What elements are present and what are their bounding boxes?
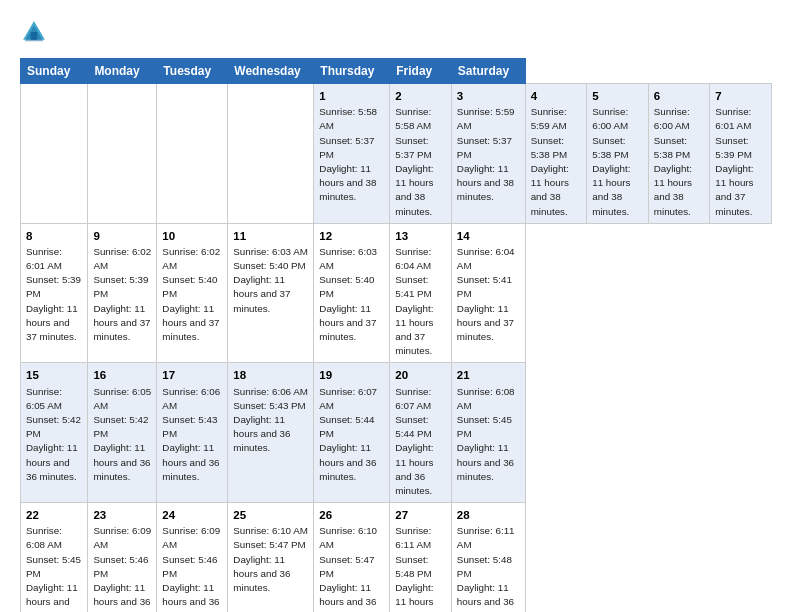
calendar-cell: 4Sunrise: 5:59 AMSunset: 5:38 PMDaylight… xyxy=(525,84,587,224)
day-number: 7 xyxy=(715,88,766,104)
calendar-cell xyxy=(88,84,157,224)
week-row-4: 22Sunrise: 6:08 AMSunset: 5:45 PMDayligh… xyxy=(21,503,772,612)
calendar-cell: 22Sunrise: 6:08 AMSunset: 5:45 PMDayligh… xyxy=(21,503,88,612)
calendar-cell: 6Sunrise: 6:00 AMSunset: 5:38 PMDaylight… xyxy=(648,84,710,224)
cell-content: Sunrise: 6:08 AMSunset: 5:45 PMDaylight:… xyxy=(26,524,82,612)
cell-content: Sunrise: 6:05 AMSunset: 5:42 PMDaylight:… xyxy=(26,385,82,484)
cell-content: Sunrise: 6:08 AMSunset: 5:45 PMDaylight:… xyxy=(457,385,520,484)
calendar-cell: 27Sunrise: 6:11 AMSunset: 5:48 PMDayligh… xyxy=(390,503,452,612)
cell-content: Sunrise: 6:11 AMSunset: 5:48 PMDaylight:… xyxy=(395,524,446,612)
col-header-wednesday: Wednesday xyxy=(228,59,314,84)
calendar-cell: 1Sunrise: 5:58 AMSunset: 5:37 PMDaylight… xyxy=(314,84,390,224)
day-number: 1 xyxy=(319,88,384,104)
cell-content: Sunrise: 6:11 AMSunset: 5:48 PMDaylight:… xyxy=(457,524,520,612)
cell-content: Sunrise: 6:02 AMSunset: 5:39 PMDaylight:… xyxy=(93,245,151,344)
calendar-cell xyxy=(228,84,314,224)
day-number: 6 xyxy=(654,88,705,104)
calendar-cell: 18Sunrise: 6:06 AMSunset: 5:43 PMDayligh… xyxy=(228,363,314,503)
header-row: SundayMondayTuesdayWednesdayThursdayFrid… xyxy=(21,59,772,84)
day-number: 18 xyxy=(233,367,308,383)
calendar-cell: 17Sunrise: 6:06 AMSunset: 5:43 PMDayligh… xyxy=(157,363,228,503)
day-number: 2 xyxy=(395,88,446,104)
day-number: 9 xyxy=(93,228,151,244)
calendar-cell: 15Sunrise: 6:05 AMSunset: 5:42 PMDayligh… xyxy=(21,363,88,503)
cell-content: Sunrise: 6:00 AMSunset: 5:38 PMDaylight:… xyxy=(592,105,643,219)
calendar-cell: 21Sunrise: 6:08 AMSunset: 5:45 PMDayligh… xyxy=(451,363,525,503)
day-number: 8 xyxy=(26,228,82,244)
calendar-cell: 8Sunrise: 6:01 AMSunset: 5:39 PMDaylight… xyxy=(21,223,88,363)
cell-content: Sunrise: 6:03 AMSunset: 5:40 PMDaylight:… xyxy=(233,245,308,316)
cell-content: Sunrise: 6:10 AMSunset: 5:47 PMDaylight:… xyxy=(319,524,384,612)
cell-content: Sunrise: 6:07 AMSunset: 5:44 PMDaylight:… xyxy=(395,385,446,499)
logo xyxy=(20,18,52,46)
day-number: 16 xyxy=(93,367,151,383)
day-number: 4 xyxy=(531,88,582,104)
day-number: 10 xyxy=(162,228,222,244)
calendar-cell: 9Sunrise: 6:02 AMSunset: 5:39 PMDaylight… xyxy=(88,223,157,363)
header xyxy=(20,18,772,46)
col-header-monday: Monday xyxy=(88,59,157,84)
svg-rect-3 xyxy=(31,32,37,40)
calendar-cell: 5Sunrise: 6:00 AMSunset: 5:38 PMDaylight… xyxy=(587,84,649,224)
day-number: 13 xyxy=(395,228,446,244)
cell-content: Sunrise: 6:07 AMSunset: 5:44 PMDaylight:… xyxy=(319,385,384,484)
day-number: 3 xyxy=(457,88,520,104)
calendar-table: SundayMondayTuesdayWednesdayThursdayFrid… xyxy=(20,58,772,612)
cell-content: Sunrise: 6:04 AMSunset: 5:41 PMDaylight:… xyxy=(457,245,520,344)
col-header-saturday: Saturday xyxy=(451,59,525,84)
cell-content: Sunrise: 6:09 AMSunset: 5:46 PMDaylight:… xyxy=(162,524,222,612)
col-header-tuesday: Tuesday xyxy=(157,59,228,84)
calendar-cell: 11Sunrise: 6:03 AMSunset: 5:40 PMDayligh… xyxy=(228,223,314,363)
calendar-cell: 28Sunrise: 6:11 AMSunset: 5:48 PMDayligh… xyxy=(451,503,525,612)
cell-content: Sunrise: 6:03 AMSunset: 5:40 PMDaylight:… xyxy=(319,245,384,344)
day-number: 26 xyxy=(319,507,384,523)
cell-content: Sunrise: 6:00 AMSunset: 5:38 PMDaylight:… xyxy=(654,105,705,219)
col-header-thursday: Thursday xyxy=(314,59,390,84)
cell-content: Sunrise: 6:06 AMSunset: 5:43 PMDaylight:… xyxy=(162,385,222,484)
cell-content: Sunrise: 5:58 AMSunset: 5:37 PMDaylight:… xyxy=(395,105,446,219)
calendar-cell: 7Sunrise: 6:01 AMSunset: 5:39 PMDaylight… xyxy=(710,84,772,224)
week-row-2: 8Sunrise: 6:01 AMSunset: 5:39 PMDaylight… xyxy=(21,223,772,363)
cell-content: Sunrise: 5:59 AMSunset: 5:37 PMDaylight:… xyxy=(457,105,520,204)
calendar-cell: 23Sunrise: 6:09 AMSunset: 5:46 PMDayligh… xyxy=(88,503,157,612)
day-number: 14 xyxy=(457,228,520,244)
day-number: 23 xyxy=(93,507,151,523)
cell-content: Sunrise: 6:06 AMSunset: 5:43 PMDaylight:… xyxy=(233,385,308,456)
day-number: 22 xyxy=(26,507,82,523)
calendar-cell: 16Sunrise: 6:05 AMSunset: 5:42 PMDayligh… xyxy=(88,363,157,503)
cell-content: Sunrise: 6:09 AMSunset: 5:46 PMDaylight:… xyxy=(93,524,151,612)
day-number: 12 xyxy=(319,228,384,244)
calendar-cell: 2Sunrise: 5:58 AMSunset: 5:37 PMDaylight… xyxy=(390,84,452,224)
cell-content: Sunrise: 6:01 AMSunset: 5:39 PMDaylight:… xyxy=(26,245,82,344)
day-number: 11 xyxy=(233,228,308,244)
calendar-cell: 26Sunrise: 6:10 AMSunset: 5:47 PMDayligh… xyxy=(314,503,390,612)
cell-content: Sunrise: 6:04 AMSunset: 5:41 PMDaylight:… xyxy=(395,245,446,359)
cell-content: Sunrise: 6:05 AMSunset: 5:42 PMDaylight:… xyxy=(93,385,151,484)
cell-content: Sunrise: 6:01 AMSunset: 5:39 PMDaylight:… xyxy=(715,105,766,219)
logo-icon xyxy=(20,18,48,46)
calendar-cell: 14Sunrise: 6:04 AMSunset: 5:41 PMDayligh… xyxy=(451,223,525,363)
calendar-cell: 12Sunrise: 6:03 AMSunset: 5:40 PMDayligh… xyxy=(314,223,390,363)
calendar-cell: 19Sunrise: 6:07 AMSunset: 5:44 PMDayligh… xyxy=(314,363,390,503)
day-number: 5 xyxy=(592,88,643,104)
day-number: 17 xyxy=(162,367,222,383)
day-number: 15 xyxy=(26,367,82,383)
calendar-cell xyxy=(157,84,228,224)
col-header-sunday: Sunday xyxy=(21,59,88,84)
calendar-cell: 24Sunrise: 6:09 AMSunset: 5:46 PMDayligh… xyxy=(157,503,228,612)
week-row-3: 15Sunrise: 6:05 AMSunset: 5:42 PMDayligh… xyxy=(21,363,772,503)
day-number: 28 xyxy=(457,507,520,523)
day-number: 20 xyxy=(395,367,446,383)
cell-content: Sunrise: 6:10 AMSunset: 5:47 PMDaylight:… xyxy=(233,524,308,595)
calendar-cell: 20Sunrise: 6:07 AMSunset: 5:44 PMDayligh… xyxy=(390,363,452,503)
calendar-cell: 13Sunrise: 6:04 AMSunset: 5:41 PMDayligh… xyxy=(390,223,452,363)
page: SundayMondayTuesdayWednesdayThursdayFrid… xyxy=(0,0,792,612)
day-number: 24 xyxy=(162,507,222,523)
calendar-cell: 25Sunrise: 6:10 AMSunset: 5:47 PMDayligh… xyxy=(228,503,314,612)
calendar-cell xyxy=(21,84,88,224)
day-number: 19 xyxy=(319,367,384,383)
cell-content: Sunrise: 5:59 AMSunset: 5:38 PMDaylight:… xyxy=(531,105,582,219)
calendar-cell: 10Sunrise: 6:02 AMSunset: 5:40 PMDayligh… xyxy=(157,223,228,363)
day-number: 25 xyxy=(233,507,308,523)
cell-content: Sunrise: 5:58 AMSunset: 5:37 PMDaylight:… xyxy=(319,105,384,204)
